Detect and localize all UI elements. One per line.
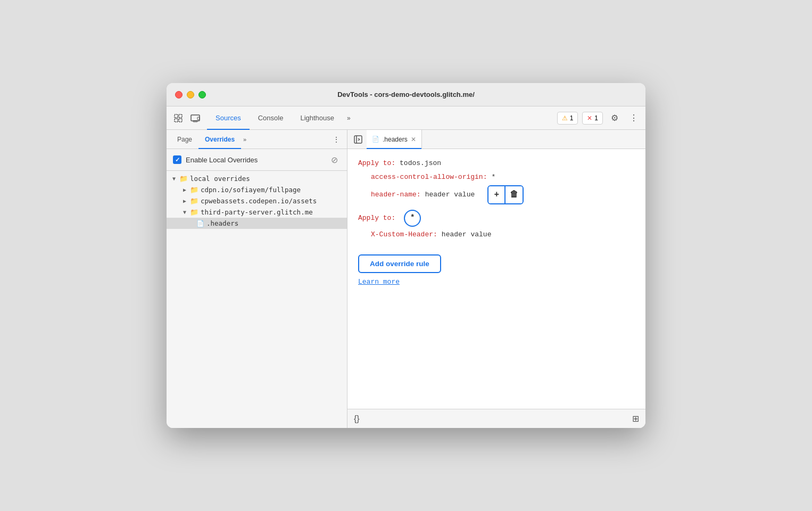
arrow-down-icon: ▼ [171,176,177,182]
header-action-buttons: + 🗑 [487,185,524,204]
tree-label: .headers [206,219,343,227]
tab-overrides[interactable]: Overrides [198,130,241,149]
tab-lighthouse[interactable]: Lighthouse [292,106,343,130]
tree-item-local-overrides[interactable]: ▼ 📁 local overrides [167,173,347,184]
file-tab-headers[interactable]: 📄 .headers ✕ [367,130,422,149]
header-key-3: X-Custom-Header: [371,229,437,241]
folder-icon: 📁 [190,208,198,216]
settings-button[interactable]: ⚙ [607,111,622,126]
responsive-icon[interactable] [188,111,203,126]
svg-rect-8 [354,136,362,143]
more-panel-tabs[interactable]: » [241,136,248,143]
left-panel: Page Overrides » ⋮ Enable Local Override… [167,130,347,428]
cursor-icon[interactable] [171,111,186,126]
more-tabs-button[interactable]: » [343,106,355,130]
traffic-lights [175,91,206,98]
error-icon: ✕ [587,114,592,122]
enable-overrides-checkbox[interactable] [173,155,181,164]
delete-header-button[interactable]: 🗑 [506,186,523,203]
tab-page[interactable]: Page [171,130,198,149]
tree-label: cpwebassets.codepen.io/assets [201,197,343,205]
add-override-button[interactable]: Add override rule [358,254,441,273]
arrow-right-icon: ▶ [181,187,188,193]
tree-item-cdpn[interactable]: ▶ 📁 cdpn.io/sofiayem/fullpage [167,184,347,195]
tree-label: local overrides [190,175,343,183]
file-tree: ▼ 📁 local overrides ▶ 📁 cdpn.io/sofiayem… [167,171,347,428]
tab-bar: Sources Console Lighthouse » ⚠ 1 ✕ 1 ⚙ ⋮ [167,106,645,130]
arrow-down-icon: ▼ [181,209,188,216]
window-title: DevTools - cors-demo-devtools.glitch.me/ [337,90,475,98]
apply-keyword-2: Apply to: [358,212,395,224]
main-content: Page Overrides » ⋮ Enable Local Override… [167,130,645,428]
header-row-1: access-control-allow-origin: * [371,171,635,183]
clear-overrides-button[interactable]: ⊘ [328,153,341,166]
apply-to-row-1: Apply to: todos.json [358,158,635,169]
header-row-3: X-Custom-Header: header value [371,229,635,241]
main-tabs: Sources Console Lighthouse » [207,106,557,130]
enable-overrides-label: Enable Local Overrides [186,156,324,164]
tab-bar-actions: ⚠ 1 ✕ 1 ⚙ ⋮ [557,111,641,126]
close-button[interactable] [175,91,183,98]
arrow-right-icon: ▶ [181,198,188,204]
svg-line-11 [358,139,360,141]
title-bar: DevTools - cors-demo-devtools.glitch.me/ [167,83,645,106]
file-icon: 📄 [196,220,204,227]
header-key-1: access-control-allow-origin: [371,171,487,183]
header-value-2: header value [425,189,475,201]
panel-tabs: Page Overrides » ⋮ [167,130,347,149]
file-tabs: 📄 .headers ✕ [347,130,645,149]
warning-icon: ⚠ [562,114,568,122]
add-override-section: Add override rule [358,248,635,273]
apply-wildcard-button[interactable]: * [404,210,421,227]
tree-label: cdpn.io/sofiayem/fullpage [201,186,343,194]
svg-rect-2 [175,119,178,122]
tree-item-headers[interactable]: 📄 .headers [167,218,347,229]
devtools-icons [171,111,203,126]
minimize-button[interactable] [187,91,194,98]
maximize-button[interactable] [198,91,206,98]
tab-sources[interactable]: Sources [207,106,250,130]
file-tab-close-button[interactable]: ✕ [411,136,416,143]
file-tab-icon: 📄 [372,136,379,143]
tree-item-third-party[interactable]: ▼ 📁 third-party-server.glitch.me [167,207,347,218]
more-options-button[interactable]: ⋮ [626,111,641,126]
file-tab-label: .headers [383,136,408,143]
learn-more-link[interactable]: Learn more [358,276,635,288]
folder-icon: 📁 [179,175,188,183]
format-icon[interactable]: {} [354,414,360,424]
tree-item-cpweb[interactable]: ▶ 📁 cpwebassets.codepen.io/assets [167,195,347,207]
header-value-3: header value [442,229,492,241]
add-header-button[interactable]: + [488,186,506,203]
header-row-2: header-name: header value + 🗑 [371,185,635,204]
tree-label: third-party-server.glitch.me [201,208,343,216]
warnings-badge[interactable]: ⚠ 1 [557,112,578,125]
header-key-2: header-name: [371,189,421,201]
right-panel: 📄 .headers ✕ Apply to: todos.json access… [347,130,645,428]
errors-badge[interactable]: ✕ 1 [582,112,603,125]
tab-console[interactable]: Console [250,106,292,130]
apply-filename-1: todos.json [400,159,441,167]
bottom-bar: {} ⊞ [347,409,645,428]
folder-icon: 📁 [190,186,198,194]
layout-icon[interactable]: ⊞ [632,414,639,424]
asterisk-label: * [410,212,415,225]
header-value-1: * [491,171,495,183]
svg-rect-3 [179,119,182,122]
svg-rect-0 [175,114,178,118]
devtools-window: DevTools - cors-demo-devtools.glitch.me/ [167,83,645,428]
editor-content: Apply to: todos.json access-control-allo… [347,149,645,409]
panel-menu-button[interactable]: ⋮ [330,133,343,146]
svg-rect-1 [179,114,182,118]
folder-icon: 📁 [190,197,198,205]
enable-overrides-row: Enable Local Overrides ⊘ [167,149,347,171]
apply-keyword-1: Apply to: [358,159,395,167]
collapse-sidebar-button[interactable] [352,133,364,146]
apply-to-row-2: Apply to: * [358,210,635,227]
